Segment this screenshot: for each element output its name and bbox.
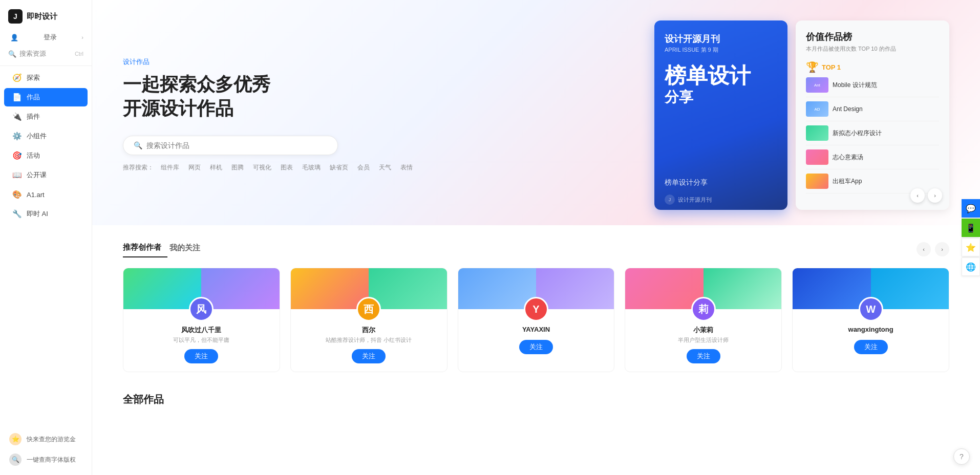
banner-card-secondary[interactable]: 价值作品榜 本月作品被使用次数 TOP 10 的作品 🏆 TOP 1 Ant M… — [796, 20, 949, 210]
tag-weather[interactable]: 天气 — [377, 162, 393, 173]
tag-mockup[interactable]: 样机 — [208, 162, 224, 173]
right-floating: 💬 📱 ⭐ 🌐 — [962, 199, 980, 276]
sidebar-item-instant-ai[interactable]: 🔧 即时 AI — [4, 205, 88, 223]
hero-category: 设计作品 — [123, 57, 634, 67]
font-check-item[interactable]: 🔍 一键查商字体版权 — [4, 449, 88, 470]
source-icon: J — [665, 195, 675, 205]
cover-cell-0-1 — [123, 268, 201, 309]
cover-cell-0-2 — [201, 268, 279, 309]
tag-visualization[interactable]: 可视化 — [251, 162, 273, 173]
follow-btn-4[interactable]: 关注 — [854, 340, 888, 354]
banner-top-label: 设计开源月刊 — [665, 33, 777, 45]
sidebar-item-plugins[interactable]: 🔌 插件 — [4, 107, 88, 126]
creator-avatar-2: Y — [524, 297, 548, 321]
float-btn-3[interactable]: ⭐ — [962, 238, 980, 256]
main-content: 设计作品 一起探索众多优秀 开源设计作品 🔍 推荐搜索： 组件库 网页 样机 图… — [92, 0, 980, 475]
creator-name-2: YAYAXIN — [522, 326, 550, 333]
hero-search-icon: 🔍 — [134, 141, 142, 149]
design-item-1[interactable]: Ant Mobile 设计规范 — [806, 73, 939, 97]
banner-issue-label: APRIL ISSUE 第 9 期 — [665, 46, 777, 54]
sidebar-item-works[interactable]: 📄 作品 — [4, 88, 88, 106]
creators-next-btn[interactable]: › — [935, 242, 949, 256]
cover-cell-1-2 — [369, 268, 446, 309]
sidebar-item-widgets[interactable]: ⚙️ 小组件 — [4, 127, 88, 145]
sidebar: J 即时设计 👤 登录 › 🔍 搜索资源 Ctrl 🧭 探索 📄 作品 🔌 插件… — [0, 0, 92, 475]
cover-cell-2-1 — [458, 268, 536, 309]
tag-charts[interactable]: 图表 — [279, 162, 295, 173]
top1-badge: 🏆 TOP 1 — [806, 61, 939, 73]
creator-name-1: 西尔 — [362, 326, 375, 335]
hero-search-input[interactable] — [146, 141, 327, 149]
banner-prev-btn[interactable]: ‹ — [910, 188, 925, 203]
tag-components[interactable]: 组件库 — [159, 162, 181, 173]
float-btn-4[interactable]: 🌐 — [962, 257, 980, 276]
widgets-icon: ⚙️ — [12, 132, 22, 141]
app-name: 即时设计 — [27, 12, 57, 21]
tag-empty-state[interactable]: 缺省页 — [328, 162, 350, 173]
logo: J 即时设计 — [0, 0, 92, 29]
creator-card-4[interactable]: W wangxingtong 关注 — [792, 268, 949, 372]
openclass-icon: 📖 — [12, 170, 22, 180]
design-item-2[interactable]: AD Ant Design — [806, 97, 939, 121]
hero-search-box[interactable]: 🔍 — [123, 136, 338, 155]
creators-section: 推荐创作者 我的关注 ‹ › 风 风吹过八千里 可以平凡，但不能平庸 关注 — [92, 225, 980, 382]
tag-emoji[interactable]: 表情 — [398, 162, 415, 173]
creator-avatar-1: 西 — [356, 297, 381, 321]
all-works-title: 全部作品 — [123, 393, 949, 406]
follow-btn-1[interactable]: 关注 — [352, 349, 386, 363]
tag-member[interactable]: 会员 — [355, 162, 372, 173]
float-btn-2[interactable]: 📱 — [962, 219, 980, 237]
cover-cell-1-1 — [291, 268, 369, 309]
creator-card-2[interactable]: Y YAYAXIN 关注 — [458, 268, 615, 372]
events-icon: 🎯 — [12, 151, 22, 160]
banner-big-title: 榜单设计 — [665, 64, 777, 88]
creator-card-1[interactable]: 西 西尔 站酷推荐设计师，抖音 小红书设计 关注 — [290, 268, 448, 372]
a1art-icon: 🎨 — [12, 190, 22, 199]
banner-card-main[interactable]: 设计开源月刊 APRIL ISSUE 第 9 期 榜单设计 分享 榜单设计分享 … — [654, 20, 787, 210]
hero-left: 设计作品 一起探索众多优秀 开源设计作品 🔍 推荐搜索： 组件库 网页 样机 图… — [123, 57, 634, 174]
follow-btn-0[interactable]: 关注 — [184, 349, 218, 363]
banner-next-btn[interactable]: › — [928, 188, 942, 203]
sidebar-item-explore[interactable]: 🧭 探索 — [4, 69, 88, 87]
creator-name-4: wangxingtong — [848, 326, 893, 333]
tab-recommend[interactable]: 推荐创作者 — [123, 241, 167, 257]
hero-title: 一起探索众多优秀 开源设计作品 — [123, 73, 634, 121]
hero-right: 设计开源月刊 APRIL ISSUE 第 9 期 榜单设计 分享 榜单设计分享 … — [654, 20, 949, 210]
login-button[interactable]: 👤 登录 › — [0, 29, 92, 46]
creator-avatar-3: 莉 — [691, 297, 716, 321]
cover-cell-4-2 — [871, 268, 949, 309]
tag-totem[interactable]: 图腾 — [229, 162, 246, 173]
all-works-section: 全部作品 — [92, 382, 980, 425]
design-item-4[interactable]: 志心意素汤 — [806, 145, 939, 169]
banner-nav: ‹ › — [910, 188, 942, 203]
works-icon: 📄 — [12, 93, 22, 102]
tag-frosted[interactable]: 毛玻璃 — [300, 162, 323, 173]
hero-section: 设计作品 一起探索众多优秀 开源设计作品 🔍 推荐搜索： 组件库 网页 样机 图… — [92, 0, 980, 225]
secondary-title: 价值作品榜 — [806, 31, 939, 43]
follow-btn-2[interactable]: 关注 — [519, 340, 553, 354]
help-button[interactable]: ? — [953, 448, 970, 465]
tag-webpage[interactable]: 网页 — [186, 162, 203, 173]
creator-card-3[interactable]: 莉 小茉莉 半用户型生活设计师 关注 — [625, 268, 782, 372]
creator-avatar-4: W — [859, 297, 883, 321]
sidebar-item-a1art[interactable]: 🎨 A1.art — [4, 185, 88, 204]
cover-cell-4-1 — [793, 268, 870, 309]
follow-btn-3[interactable]: 关注 — [687, 349, 720, 363]
design-item-3[interactable]: 新拟态小程序设计 — [806, 121, 939, 145]
creator-card-0[interactable]: 风 风吹过八千里 可以平凡，但不能平庸 关注 — [123, 268, 280, 372]
sidebar-item-openclass[interactable]: 📖 公开课 — [4, 166, 88, 184]
creator-desc-0: 可以平凡，但不能平庸 — [169, 336, 233, 344]
creator-desc-1: 站酷推荐设计师，抖音 小红书设计 — [322, 336, 416, 344]
font-quick-item[interactable]: ⭐ 快来查您的游览金 — [4, 429, 88, 449]
banner-bottom-label: 榜单设计分享 — [665, 178, 708, 187]
cover-cell-2-2 — [536, 268, 614, 309]
sidebar-item-events[interactable]: 🎯 活动 — [4, 146, 88, 165]
creators-list: 风 风吹过八千里 可以平凡，但不能平庸 关注 西 西尔 站酷推荐设计师，抖音 小… — [123, 268, 949, 372]
search-button[interactable]: 🔍 搜索资源 Ctrl — [0, 46, 92, 63]
creators-prev-btn[interactable]: ‹ — [917, 242, 931, 256]
tab-following[interactable]: 我的关注 — [169, 241, 206, 257]
banner-sub-title: 分享 — [665, 88, 777, 107]
sidebar-bottom: ⭐ 快来查您的游览金 🔍 一键查商字体版权 — [0, 424, 92, 475]
float-btn-1[interactable]: 💬 — [962, 199, 980, 218]
login-arrow: › — [81, 34, 83, 40]
